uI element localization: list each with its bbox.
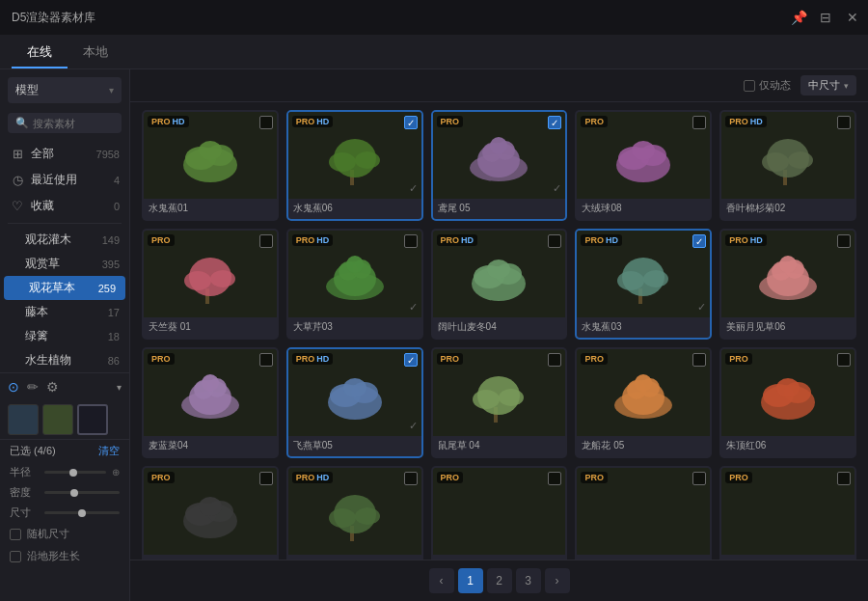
- sidebar-item-hedge[interactable]: 绿篱 18: [0, 324, 129, 348]
- random-size-checkbox[interactable]: [10, 529, 21, 540]
- item-checkbox[interactable]: [259, 353, 273, 367]
- grid-item[interactable]: PRO 朱顶红06: [719, 347, 856, 458]
- item-label: 阔叶山麦冬04: [433, 317, 566, 338]
- grid-item[interactable]: PROHD ✓ 大草芹03: [286, 229, 423, 340]
- item-checkbox[interactable]: [259, 116, 273, 129]
- plant-image: PROHD: [721, 112, 854, 199]
- item-checkbox[interactable]: [548, 472, 561, 485]
- size-slider[interactable]: [44, 511, 120, 514]
- grid-item[interactable]: PROHD ✓ ✓ 水鬼蕉03: [575, 229, 712, 340]
- radius-slider[interactable]: [44, 471, 106, 474]
- density-slider[interactable]: [44, 491, 120, 494]
- item-checkbox[interactable]: ✓: [404, 353, 418, 367]
- search-box: 🔍: [8, 113, 122, 133]
- grid-item[interactable]: PRO 大绒球08: [575, 110, 712, 221]
- density-slider-row: 密度: [0, 482, 129, 503]
- grid-item[interactable]: PROHD 香叶棉杉菊02: [719, 110, 856, 221]
- sidebar-item-flower-herb[interactable]: 观花草本 259: [4, 276, 125, 300]
- grid-item[interactable]: PROHD 水鬼蕉01: [142, 110, 279, 221]
- grid-item[interactable]: PRO ✓ ✓ 鸢尾 05: [431, 110, 568, 221]
- item-checkbox[interactable]: [837, 234, 851, 248]
- item-checkbox[interactable]: [692, 116, 706, 129]
- grid-container: PROHD 水鬼蕉01 PROHD ✓ ✓ 水鬼蕉06 PRO ✓: [130, 102, 868, 560]
- sidebar-item-recent[interactable]: ◷ 最近使用 4: [0, 167, 129, 193]
- tab-local[interactable]: 本地: [68, 38, 123, 68]
- check-circle-icon: ✓: [409, 301, 418, 314]
- pin-icon[interactable]: 📌: [791, 10, 806, 25]
- nav-label-favorites: 收藏: [31, 198, 54, 214]
- item-checkbox[interactable]: [837, 472, 851, 485]
- item-checkbox[interactable]: ✓: [404, 116, 418, 129]
- size-selector[interactable]: 中尺寸 ▾: [800, 75, 856, 96]
- pagination: ‹ 1 2 3 ›: [130, 560, 868, 601]
- sidebar-item-ornamental-grass[interactable]: 观赏草 395: [0, 252, 129, 276]
- pro-badge: PRO: [437, 353, 464, 365]
- item-checkbox[interactable]: [837, 353, 851, 367]
- minimize-icon[interactable]: ⊟: [818, 10, 833, 25]
- item-checkbox[interactable]: [692, 472, 706, 485]
- radius-icon[interactable]: ⊕: [112, 467, 120, 478]
- item-checkbox[interactable]: [259, 234, 273, 248]
- plant-image: PROHD: [144, 112, 277, 199]
- grid-item[interactable]: PRO 天竺葵 01: [142, 229, 279, 340]
- sidebar-item-favorites[interactable]: ♡ 收藏 0: [0, 193, 129, 219]
- item-checkbox[interactable]: [404, 472, 418, 485]
- item-checkbox[interactable]: [548, 234, 561, 248]
- svg-point-72: [355, 507, 380, 525]
- chevron-down-icon: ▾: [844, 81, 849, 91]
- grid-item[interactable]: PRO 麦蓝菜04: [142, 347, 279, 458]
- item-label: 朱顶红06: [721, 436, 854, 456]
- only-dynamic-checkbox[interactable]: [744, 80, 755, 92]
- grid-item[interactable]: PRO: [575, 466, 712, 560]
- close-icon[interactable]: ✕: [845, 10, 860, 25]
- tab-online[interactable]: 在线: [12, 38, 68, 68]
- grid-item[interactable]: PROHD 美丽月见草06: [719, 229, 856, 340]
- grid-item[interactable]: PROHD 阔叶山麦冬04: [431, 229, 568, 340]
- sidebar-item-vine[interactable]: 藤本 17: [0, 300, 129, 324]
- next-page-button[interactable]: ›: [545, 568, 570, 593]
- sidebar-item-flower-shrub[interactable]: 观花灌木 149: [0, 228, 129, 252]
- thumb-item[interactable]: [77, 404, 108, 435]
- sidebar-item-all[interactable]: ⊞ 全部 7958: [0, 141, 129, 167]
- item-checkbox[interactable]: [692, 353, 706, 367]
- search-input[interactable]: [33, 118, 114, 129]
- item-checkbox[interactable]: [837, 116, 851, 129]
- plant-image: PROHD ✓: [288, 231, 421, 317]
- radius-label: 半径: [10, 465, 39, 479]
- grid-item[interactable]: PRO: [431, 466, 568, 560]
- edit-icon[interactable]: ✏: [27, 379, 39, 395]
- thumb-item[interactable]: [42, 404, 73, 435]
- sidebar-item-aquatic[interactable]: 水生植物 86: [0, 348, 129, 372]
- page-button-1[interactable]: 1: [458, 568, 483, 593]
- item-checkbox[interactable]: ✓: [692, 234, 706, 248]
- item-checkbox[interactable]: ✓: [548, 116, 561, 129]
- follow-terrain-checkbox[interactable]: [10, 551, 21, 562]
- grid-item[interactable]: PRO: [719, 466, 856, 560]
- sub-count-ornamental-grass: 395: [102, 259, 120, 270]
- settings-icon[interactable]: ⚙: [46, 379, 59, 395]
- item-checkbox[interactable]: [548, 353, 561, 367]
- plant-image: PRO: [577, 112, 710, 199]
- grid-item[interactable]: PROHD ✓ ✓ 飞燕草05: [286, 347, 423, 458]
- grid-item[interactable]: PROHD ✓ ✓ 水鬼蕉06: [286, 110, 423, 221]
- plant-image: PRO ✓ ✓: [433, 112, 566, 199]
- sub-label-flower-shrub: 观花灌木: [25, 232, 71, 248]
- item-label: 美丽月见草06: [721, 317, 854, 338]
- model-selector[interactable]: 模型 ▾: [8, 77, 122, 103]
- pro-badge: PRO: [437, 472, 464, 483]
- page-button-2[interactable]: 2: [487, 568, 512, 593]
- thumb-item[interactable]: [8, 404, 39, 435]
- grid-item[interactable]: PRO: [142, 466, 279, 560]
- page-button-3[interactable]: 3: [516, 568, 541, 593]
- item-checkbox[interactable]: [404, 234, 418, 248]
- prev-page-button[interactable]: ‹: [429, 568, 454, 593]
- grid-item[interactable]: PRO 鼠尾草 04: [431, 347, 568, 458]
- chevron-down-icon: ▾: [109, 85, 114, 96]
- grid-item[interactable]: PROHD: [286, 466, 423, 560]
- scatter-icon[interactable]: ⊙: [8, 379, 19, 395]
- clear-button[interactable]: 清空: [98, 444, 120, 458]
- item-label: 鸢尾 05: [433, 199, 566, 219]
- item-checkbox[interactable]: [259, 472, 273, 485]
- grid-item[interactable]: PRO 龙船花 05: [575, 347, 712, 458]
- expand-icon[interactable]: ▾: [117, 382, 122, 393]
